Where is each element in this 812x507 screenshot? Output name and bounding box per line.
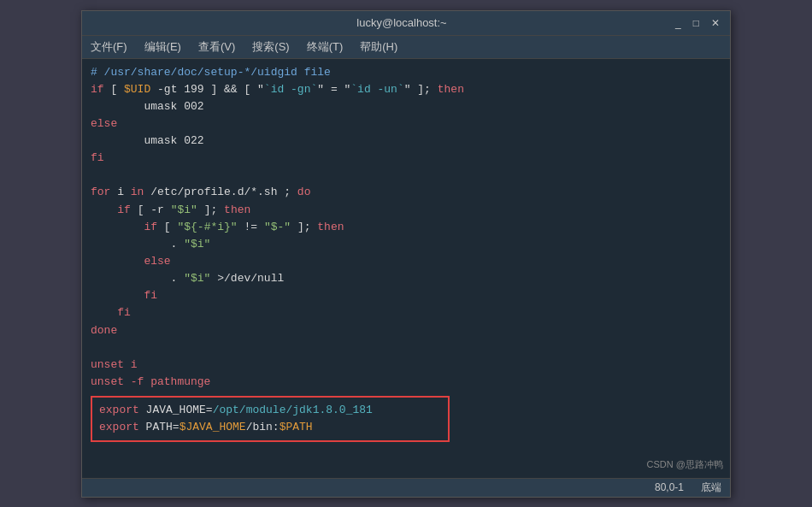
- code-line: fi: [91, 287, 721, 304]
- menu-file[interactable]: 文件(F): [87, 38, 131, 56]
- code-line: if [ -r "$i" ]; then: [91, 202, 721, 219]
- menu-bar: 文件(F) 编辑(E) 查看(V) 搜索(S) 终端(T) 帮助(H): [82, 35, 730, 59]
- watermark: CSDN @思路冲鸭: [647, 458, 723, 471]
- title-bar: lucky@localhost:~ _ □ ✕: [82, 11, 730, 35]
- code-line: unset i: [91, 357, 721, 374]
- menu-help[interactable]: 帮助(H): [356, 38, 401, 56]
- code-line: fi: [91, 304, 721, 321]
- code-line: [91, 167, 721, 184]
- code-line: if [ $UID -gt 199 ] && [ "`id -gn`" = "`…: [91, 81, 721, 98]
- cursor-position: 80,0-1: [655, 481, 684, 493]
- export-path: export PATH=$JAVA_HOME/bin:$PATH: [99, 419, 441, 436]
- code-line: for i in /etc/profile.d/*.sh ; do: [91, 184, 721, 201]
- maximize-button[interactable]: □: [690, 17, 703, 29]
- terminal-window: lucky@localhost:~ _ □ ✕ 文件(F) 编辑(E) 查看(V…: [81, 10, 731, 498]
- minimize-button[interactable]: _: [672, 17, 685, 29]
- close-button[interactable]: ✕: [708, 17, 723, 29]
- window-title: lucky@localhost:~: [132, 16, 672, 29]
- status-bar: 80,0-1 底端: [82, 478, 730, 497]
- code-line: fi: [91, 150, 721, 167]
- code-line: unset -f pathmunge: [91, 374, 721, 391]
- code-line: else: [91, 115, 721, 133]
- window-controls[interactable]: _ □ ✕: [672, 17, 723, 29]
- code-line: . "$i": [91, 236, 721, 253]
- export-java-home: export JAVA_HOME=/opt/module/jdk1.8.0_18…: [99, 402, 441, 419]
- code-line: else: [91, 253, 721, 270]
- code-line: . "$i" >/dev/null: [91, 270, 721, 287]
- code-line: [91, 339, 721, 357]
- menu-terminal[interactable]: 终端(T): [303, 38, 347, 56]
- code-line: umask 002: [91, 98, 721, 115]
- code-line: umask 022: [91, 133, 721, 150]
- code-line: done: [91, 322, 721, 339]
- highlight-box: export JAVA_HOME=/opt/module/jdk1.8.0_18…: [91, 396, 450, 442]
- code-line: if [ "${-#*i}" != "$-" ]; then: [91, 219, 721, 236]
- code-line: # /usr/share/doc/setup-*/uidgid file: [91, 64, 721, 81]
- menu-edit[interactable]: 编辑(E): [141, 38, 185, 56]
- scroll-position: 底端: [701, 480, 721, 495]
- menu-search[interactable]: 搜索(S): [249, 38, 292, 56]
- menu-view[interactable]: 查看(V): [195, 38, 238, 56]
- code-content: # /usr/share/doc/setup-*/uidgid file if …: [82, 59, 730, 478]
